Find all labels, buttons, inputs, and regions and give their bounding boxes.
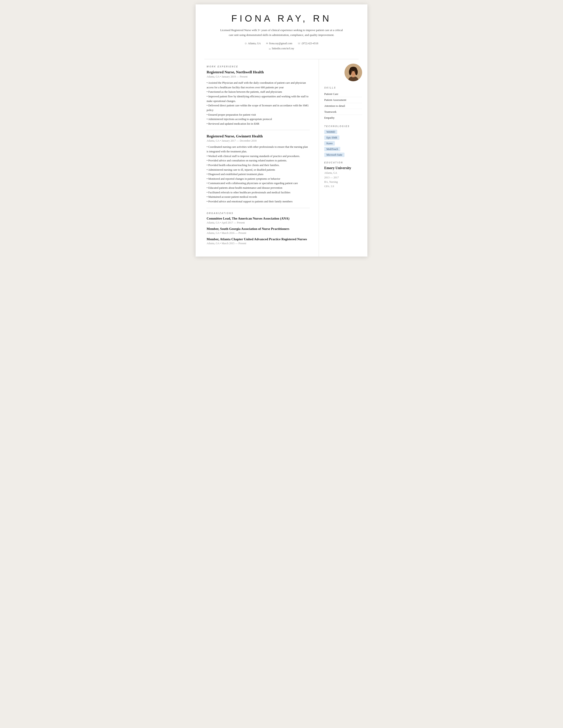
- tech-tag: Epic EMR: [324, 135, 339, 140]
- technologies-list: WebMDEpic EMRKareoMediTouchMicrosoft Sui…: [324, 130, 362, 157]
- bullet: • Maintained accurate patient medical re…: [207, 195, 310, 199]
- org-3-title: Member, Atlanta Chapter United Advanced …: [207, 237, 310, 241]
- bullet: • Ensured proper preparation for patient…: [207, 113, 310, 117]
- org-2-title: Member, South Georgia Association of Nur…: [207, 227, 310, 231]
- avatar-image: [344, 64, 362, 81]
- bullet: • Monitored and reported changes in pati…: [207, 177, 310, 181]
- location-icon: ⊙: [245, 42, 247, 45]
- bullet: • Worked with clinical staff to improve …: [207, 154, 310, 159]
- bullet: • Reviewed and updated medication list i…: [207, 122, 310, 126]
- resume-header: FIONA RAY, RN Licensed Registered Nurse …: [196, 4, 367, 57]
- org-1: Committee Lead, The American Nurses Asso…: [207, 217, 310, 224]
- edu-degree: BA, Nursing: [324, 180, 338, 183]
- org-2: Member, South Georgia Association of Nur…: [207, 227, 310, 235]
- svg-point-6: [355, 69, 358, 75]
- main-column: Work Experience Registered Nurse, Northw…: [196, 59, 319, 256]
- contact-phone: ☏ (972) 423-4518: [298, 42, 318, 45]
- edu-years: 2013 — 2017: [324, 176, 339, 179]
- work-experience-section-title: Work Experience: [207, 65, 310, 68]
- skill-item: Teamwork: [324, 109, 362, 115]
- tech-tag: MediTouch: [324, 147, 340, 151]
- candidate-name: FIONA RAY, RN: [209, 13, 354, 24]
- svg-point-5: [349, 69, 352, 75]
- bullet: • Provided health education/teaching for…: [207, 163, 310, 168]
- edu-gpa: GPA: 3.9: [324, 185, 334, 188]
- org-3-meta: Atlanta, GA • March 2015 — Present: [207, 242, 310, 245]
- bullet: • Improved patient flow by identifying e…: [207, 94, 310, 103]
- education-block: Emory University Atlanta, GA 2013 — 2017…: [324, 166, 362, 189]
- technologies-section-title: Technologies: [324, 125, 362, 127]
- bullet: • Administered nursing care to ill, inju…: [207, 168, 310, 172]
- svg-point-8: [354, 71, 355, 72]
- svg-point-7: [352, 71, 353, 72]
- job-2: Registered Nurse, Gwinnett Health Atlant…: [207, 134, 310, 204]
- bullet: • Provided advice and emotional support …: [207, 199, 310, 204]
- job-1-bullets: • Assisted the Physician and staff with …: [207, 81, 310, 126]
- skill-item: Empathy: [324, 115, 362, 121]
- skill-item: Patient Care: [324, 91, 362, 97]
- job-2-title: Registered Nurse, Gwinnett Health: [207, 134, 310, 139]
- bullet: • Administered injections according to a…: [207, 117, 310, 122]
- contact-linkedin: in linkedin.com/in/f.ray: [269, 47, 294, 50]
- contact-row: ⊙ Atlanta, GA ✉ fiona.ray@gmail.com ☏ (9…: [209, 42, 354, 45]
- tech-tag: WebMD: [324, 130, 337, 134]
- org-2-meta: Atlanta, GA • March 2016 — Present: [207, 231, 310, 235]
- bullet: • Provided advice and consultation on nu…: [207, 158, 310, 163]
- resume-page: FIONA RAY, RN Licensed Registered Nurse …: [196, 4, 367, 257]
- tech-tag: Kareo: [324, 141, 335, 146]
- bullet: • Delivered direct patient care within t…: [207, 103, 310, 112]
- bullet: • Functioned as the liaison between the …: [207, 90, 310, 94]
- org-1-meta: Atlanta, GA • April 2017 — Present: [207, 221, 310, 224]
- phone-icon: ☏: [298, 42, 301, 45]
- bullet: • Communicated with collaborating physic…: [207, 181, 310, 186]
- bullet: • Facilitated referrals to other healthc…: [207, 190, 310, 195]
- education-section-title: Education: [324, 161, 362, 164]
- org-3: Member, Atlanta Chapter United Advanced …: [207, 237, 310, 245]
- skills-section-title: Skills: [324, 87, 362, 89]
- avatar: [344, 64, 362, 81]
- phone-text: (972) 423-4518: [302, 42, 318, 45]
- job-1-meta: Atlanta, GA • January 2019 — Present: [207, 75, 310, 78]
- bullet: • Diagnosed and established patient trea…: [207, 172, 310, 177]
- resume-tagline: Licensed Registered Nurse with 3+ years …: [220, 28, 343, 37]
- job-1: Registered Nurse, Northwell Health Atlan…: [207, 70, 310, 126]
- contact-location: ⊙ Atlanta, GA: [245, 42, 261, 45]
- linkedin-row: in linkedin.com/in/f.ray: [209, 47, 354, 50]
- linkedin-text: linkedin.com/in/f.ray: [272, 47, 294, 50]
- edu-meta: Atlanta, GA 2013 — 2017 BA, Nursing GPA:…: [324, 171, 362, 189]
- location-text: Atlanta, GA: [248, 42, 261, 45]
- contact-email: ✉ fiona.ray@gmail.com: [266, 42, 292, 45]
- bullet: • Coordinated nursing care activities wi…: [207, 145, 310, 154]
- email-icon: ✉: [266, 42, 268, 45]
- tech-tag: Microsoft Suite: [324, 153, 344, 157]
- avatar-container: [324, 64, 362, 81]
- job-2-bullets: • Coordinated nursing care activities wi…: [207, 145, 310, 204]
- resume-body: Work Experience Registered Nurse, Northw…: [196, 59, 367, 256]
- skills-list: Patient CarePatient AssessmentAttention …: [324, 91, 362, 121]
- organizations-section-title: Organizations: [207, 212, 310, 214]
- skill-item: Attention to detail: [324, 103, 362, 109]
- linkedin-icon: in: [269, 47, 271, 50]
- skill-item: Patient Assessment: [324, 97, 362, 103]
- bullet: • Assisted the Physician and staff with …: [207, 81, 310, 90]
- org-1-title: Committee Lead, The American Nurses Asso…: [207, 217, 310, 220]
- job-2-meta: Atlanta, GA • January 2017 — December 20…: [207, 139, 310, 142]
- email-text: fiona.ray@gmail.com: [269, 42, 292, 45]
- bullet: • Educated patients about health mainten…: [207, 186, 310, 190]
- edu-school: Emory University: [324, 166, 362, 170]
- edu-location: Atlanta, GA: [324, 171, 337, 174]
- sidebar-column: Skills Patient CarePatient AssessmentAtt…: [319, 59, 367, 256]
- job-1-title: Registered Nurse, Northwell Health: [207, 70, 310, 74]
